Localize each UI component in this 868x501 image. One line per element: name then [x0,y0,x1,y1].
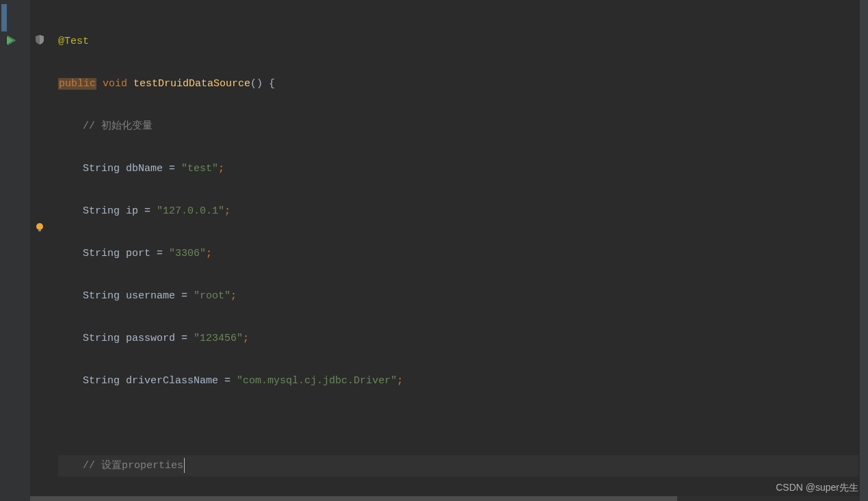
run-test-icon[interactable] [5,34,18,47]
text-caret [184,458,185,473]
icon-gutter [30,0,51,501]
keyword-void: void [103,78,127,90]
horizontal-scrollbar-thumb[interactable] [30,496,677,501]
svg-point-3 [36,223,43,230]
coverage-shield-icon[interactable] [34,34,45,45]
annotation: @Test [58,36,89,47]
svg-rect-4 [38,230,41,231]
code-editor[interactable]: @Test public void testDruidDataSource() … [58,10,858,501]
horizontal-scrollbar[interactable] [30,496,860,501]
watermark-text: CSDN @super先生 [776,482,858,494]
line-number-gutter [0,0,30,501]
error-stripe[interactable] [860,0,868,501]
keyword-public: public [58,78,96,90]
intention-bulb-icon[interactable] [34,222,45,233]
method-name: testDruidDataSource [133,78,250,90]
comment: // 初始化变量 [83,120,153,132]
comment: // 设置properties [83,460,183,472]
change-marker [1,4,7,31]
